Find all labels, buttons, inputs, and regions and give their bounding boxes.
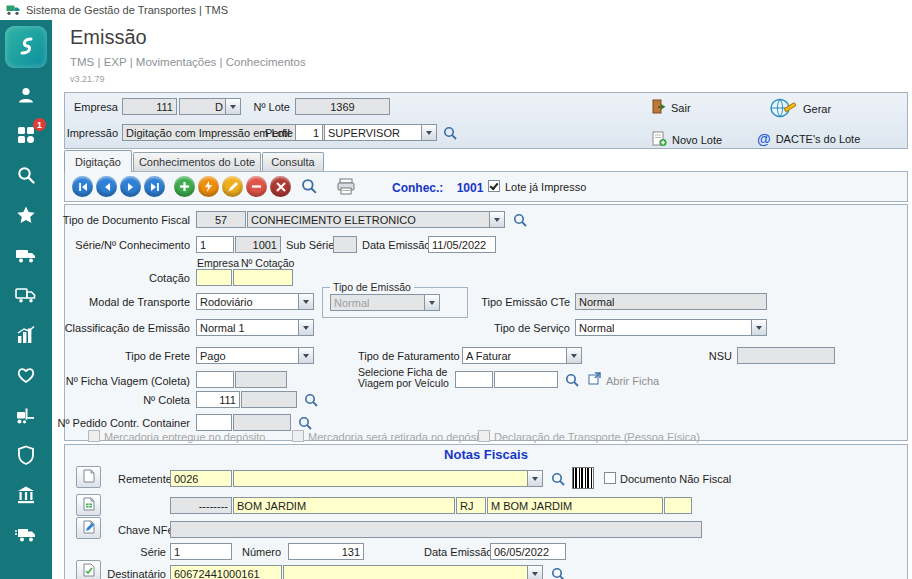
destinatario-select[interactable] <box>283 565 543 579</box>
num-coleta-lookup-button[interactable] <box>302 391 320 409</box>
nota-serie-label: Série <box>126 546 166 558</box>
barcode-icon[interactable] <box>572 467 594 489</box>
chevron-down-icon[interactable] <box>566 347 582 364</box>
modal-transporte-select[interactable]: Rodoviário <box>196 293 314 310</box>
ficha-viagem-empresa-field[interactable] <box>196 371 234 388</box>
classificacao-emissao-label: Classificação de Emissão <box>40 322 190 334</box>
tab-digitacao-label: Digitação <box>75 156 121 168</box>
classificacao-emissao-value: Normal 1 <box>200 322 245 334</box>
destinatario-label: Destinatário <box>104 568 166 579</box>
documento-nao-fiscal-checkbox[interactable] <box>604 472 616 484</box>
lote-ja-impresso-checkbox[interactable] <box>488 180 500 192</box>
destinatario-code-value: 60672441000161 <box>174 568 260 579</box>
chevron-down-icon <box>424 294 440 311</box>
modules-grid-icon <box>16 125 36 147</box>
sub-serie-label: Sub Série <box>286 239 334 251</box>
perfil-code-field[interactable]: 1 <box>295 124 323 141</box>
nota-data-emissao-field[interactable]: 06/05/2022 <box>490 543 566 560</box>
nota-numero-label: Número <box>242 546 281 558</box>
sair-button[interactable]: Sair <box>652 99 691 116</box>
confirmar-nota-button[interactable] <box>76 560 101 579</box>
delete-record-button[interactable] <box>246 176 267 197</box>
chevron-down-icon[interactable] <box>298 319 314 336</box>
num-coleta-field[interactable]: 111 <box>196 391 240 408</box>
edit-record-button[interactable] <box>222 176 243 197</box>
importar-notas-button[interactable] <box>76 494 101 516</box>
modal-transporte-value: Rodoviário <box>200 296 253 308</box>
data-emissao-label: Data Emissão <box>362 239 430 251</box>
first-record-button[interactable] <box>72 176 93 197</box>
pedido-container-field[interactable] <box>196 414 232 431</box>
selecione-ficha-lookup-button[interactable] <box>563 371 581 389</box>
previous-record-button[interactable] <box>96 176 117 197</box>
tipo-documento-lookup-button[interactable] <box>511 211 529 229</box>
editar-nota-button[interactable] <box>76 517 101 539</box>
conhecimento-field: 1001 <box>235 236 281 253</box>
tipo-faturamento-select[interactable]: A Faturar <box>462 347 582 364</box>
tipo-servico-select[interactable]: Normal <box>575 319 767 336</box>
new-document-icon <box>83 469 95 485</box>
novo-lote-button[interactable]: Novo Lote <box>652 131 722 149</box>
nota-numero-field[interactable]: 131 <box>288 543 364 560</box>
sidebar-item-financeiro[interactable] <box>0 476 52 516</box>
cancel-record-button[interactable] <box>270 176 291 197</box>
serie-field[interactable]: 1 <box>196 236 234 253</box>
chevron-down-icon[interactable] <box>225 98 241 115</box>
add-record-button[interactable] <box>174 176 195 197</box>
sidebar-item-expedicao[interactable] <box>0 516 52 556</box>
tab-conhecimentos-do-lote[interactable]: Conhecimentos do Lote <box>133 152 261 171</box>
abrir-ficha-label: Abrir Ficha <box>606 375 659 387</box>
abrir-ficha-button[interactable] <box>588 372 601 387</box>
chevron-down-icon[interactable] <box>298 347 314 364</box>
sidebar-item-armazem[interactable] <box>0 396 52 436</box>
perfil-lookup-button[interactable] <box>441 124 459 142</box>
tab-digitacao[interactable]: Digitação <box>64 150 132 172</box>
ficha-viagem-numero-field <box>235 371 287 388</box>
sidebar-item-modules[interactable]: 1 <box>0 116 52 156</box>
page-title: Emissão <box>70 26 147 49</box>
nota-serie-field[interactable]: 1 <box>170 543 232 560</box>
new-page-plus-icon <box>652 131 667 149</box>
next-record-button[interactable] <box>120 176 141 197</box>
last-record-button[interactable] <box>144 176 165 197</box>
gerar-button[interactable]: Gerar <box>768 97 831 121</box>
data-emissao-field[interactable]: 11/05/2022 <box>428 236 496 253</box>
remetente-select[interactable] <box>233 470 543 487</box>
cotacao-empresa-field[interactable] <box>196 269 232 286</box>
sidebar-item-seguranca[interactable] <box>0 436 52 476</box>
nova-nota-button[interactable] <box>76 466 101 488</box>
truck-icon <box>15 246 37 266</box>
tipo-emissao-group-label: Tipo de Emissão <box>330 281 414 293</box>
chevron-down-icon[interactable] <box>527 470 543 487</box>
tipo-frete-select[interactable]: Pago <box>196 347 314 364</box>
delivery-truck-icon <box>15 526 37 546</box>
destinatario-code-field[interactable]: 60672441000161 <box>170 565 282 579</box>
nota-numero-value: 131 <box>342 546 360 558</box>
perfil-select[interactable]: SUPERVISOR <box>324 124 437 141</box>
sidebar-item-search[interactable] <box>0 156 52 196</box>
classificacao-emissao-select[interactable]: Normal 1 <box>196 319 314 336</box>
chevron-down-icon[interactable] <box>751 319 767 336</box>
toolbar-search-button[interactable] <box>300 177 318 195</box>
cotacao-numero-field[interactable] <box>233 269 293 286</box>
selecione-ficha-empresa-field[interactable] <box>455 371 493 388</box>
document-check-icon <box>83 563 95 579</box>
remetente-code-field[interactable]: 0026 <box>170 470 232 487</box>
tab-consulta[interactable]: Consulta <box>262 152 324 171</box>
selecione-ficha-numero-field[interactable] <box>494 371 558 388</box>
conhec-number: 1001 <box>457 181 484 195</box>
process-record-button[interactable] <box>198 176 219 197</box>
tipo-documento-label: Tipo de Documento Fiscal <box>40 214 190 226</box>
chevron-down-icon[interactable] <box>298 293 314 310</box>
sidebar-item-user[interactable] <box>0 76 52 116</box>
num-lote-value: 1369 <box>330 101 354 113</box>
print-button[interactable] <box>336 178 356 197</box>
data-emissao-value: 11/05/2022 <box>432 239 486 251</box>
chevron-down-icon[interactable] <box>527 565 543 579</box>
chevron-down-icon[interactable] <box>421 124 437 141</box>
novo-lote-button-label: Novo Lote <box>672 134 722 146</box>
destinatario-lookup-button[interactable] <box>549 565 567 579</box>
remetente-lookup-button[interactable] <box>549 470 567 488</box>
remetente-cidade-field: BOM JARDIM <box>233 497 455 514</box>
dacte-button[interactable]: @ DACTE's do Lote <box>757 131 860 147</box>
